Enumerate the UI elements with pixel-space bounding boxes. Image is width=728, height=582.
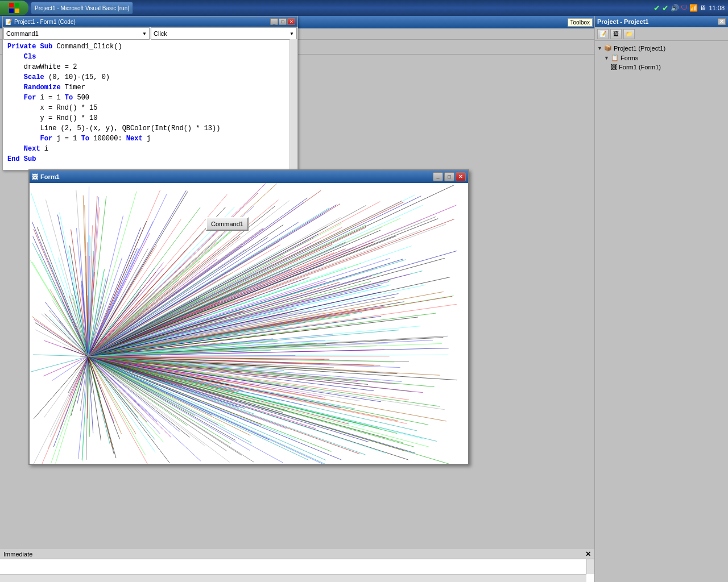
clock: 11:08	[709, 5, 725, 11]
immediate-hscrollbar[interactable]	[0, 574, 586, 582]
start-button[interactable]	[0, 1, 28, 15]
forms-icon: 📋	[611, 54, 619, 61]
code-line-7: x = Rnd() * 15	[7, 103, 287, 113]
code-line-11: Next i	[7, 144, 287, 154]
svg-line-331	[88, 225, 446, 357]
taskbar-icons: ✔ ✔ 🔊 🛡 📶 🖥	[653, 3, 706, 13]
taskbar: Project1 - Microsoft Visual Basic [run] …	[0, 0, 728, 16]
svg-line-242	[88, 356, 397, 434]
taskbar-right: ✔ ✔ 🔊 🛡 📶 🖥 11:08	[653, 3, 728, 13]
project-close-btn[interactable]: ✕	[718, 18, 726, 25]
form1-controls: _ □ ✕	[433, 172, 466, 181]
immediate-close-btn[interactable]: ✕	[585, 550, 591, 558]
code-object-dropdown[interactable]: Command1 ▼	[3, 27, 150, 40]
code-minimize-btn[interactable]: _	[270, 18, 278, 25]
svg-line-490	[57, 215, 88, 356]
form1-title: Form1	[40, 173, 60, 180]
svg-rect-3	[15, 9, 19, 13]
immediate-content[interactable]	[0, 559, 594, 582]
ide-taskbar-label: Project1 - Microsoft Visual Basic [run]	[35, 5, 129, 11]
project-tree: ▼ 📦 Project1 (Project1) ▼ 📋 Forms 🖼 Form…	[595, 41, 728, 74]
code-titlebar-controls: _ □ ✕	[270, 18, 295, 25]
display-icon: 🖥	[700, 4, 706, 12]
svg-line-349	[60, 213, 89, 356]
forms-expand-icon: ▼	[604, 55, 609, 61]
forms-tree-label: Forms	[619, 55, 638, 61]
immediate-vscrollbar[interactable]	[586, 559, 594, 574]
project-titlebar: Project - Project1 ✕	[595, 16, 728, 27]
network3-icon: 📶	[689, 4, 698, 12]
svg-line-332	[88, 356, 326, 460]
toolbox-tooltip: Toolbox	[568, 18, 593, 27]
svg-line-410	[53, 356, 88, 447]
code-line-12: End Sub	[7, 154, 287, 164]
tree-item-forms[interactable]: ▼ 📋 Forms	[597, 53, 726, 63]
speaker-icon: 🔊	[671, 4, 679, 12]
code-line-4: Scale (0, 10)-(15, 0)	[7, 72, 287, 82]
svg-line-460	[31, 356, 88, 372]
svg-line-452	[34, 356, 88, 419]
code-line-9: Line (2, 5)-(x, y), QBColor(Int(Rnd() * …	[7, 123, 287, 134]
code-line-10: For j = 1 To 100000: Next j	[7, 134, 287, 144]
svg-line-257	[33, 355, 88, 356]
project-folder-btn[interactable]: 📁	[623, 29, 635, 39]
svg-line-224	[42, 356, 88, 464]
code-close-btn[interactable]: ✕	[287, 18, 295, 25]
svg-line-284	[88, 285, 382, 356]
project-panel: Project - Project1 ✕ 📝 🖼 📁 ▼ 📦 Project1 …	[594, 16, 728, 582]
svg-rect-0	[9, 3, 14, 7]
svg-line-156	[88, 356, 341, 460]
immediate-window: Immediate ✕	[0, 548, 594, 582]
code-titlebar: 📝 Project1 - Form1 (Code) _ □ ✕	[3, 16, 297, 27]
form1-titlebar: 🖼 Form1 _ □ ✕	[30, 171, 468, 183]
code-window-title: Project1 - Form1 (Code)	[14, 19, 76, 25]
svg-line-448	[88, 205, 423, 356]
form1-minimize-btn[interactable]: _	[433, 172, 443, 181]
form1-tree-label: Form1 (Form1)	[617, 64, 661, 70]
project-view-form-btn[interactable]: 🖼	[610, 29, 622, 39]
svg-rect-2	[9, 9, 14, 13]
code-content: Private Sub Command1_Click() Cls drawWhi…	[3, 39, 297, 167]
form-canvas: // Draw random-looking lines from a cent…	[30, 183, 468, 464]
code-line-8: y = Rnd() * 10	[7, 113, 287, 123]
code-line-3: drawWhite = 2	[7, 62, 287, 72]
code-proc-dropdown[interactable]: Click ▼	[151, 27, 297, 40]
svg-rect-1	[15, 3, 19, 7]
project-tree-label: Project1 (Project1)	[612, 45, 665, 52]
code-area[interactable]: Private Sub Command1_Click() Cls drawWhi…	[3, 39, 297, 170]
code-dropdowns: Command1 ▼ Click ▼	[3, 27, 297, 39]
object-dropdown-arrow-icon: ▼	[142, 31, 147, 36]
immediate-titlebar: Immediate ✕	[0, 549, 594, 559]
form1-window: 🖼 Form1 _ □ ✕ // Draw random-looking lin…	[28, 169, 469, 465]
form1-close-btn[interactable]: ✕	[456, 172, 466, 181]
code-restore-btn[interactable]: □	[279, 18, 287, 25]
ide-window: VB Project1 - Microsoft Visual Basic [ru…	[0, 16, 728, 582]
svg-line-275	[37, 227, 88, 356]
windows-logo-icon	[8, 2, 20, 14]
code-line-2: Cls	[7, 52, 287, 62]
code-scrollbar[interactable]	[289, 39, 297, 170]
code-line-6: For i = 1 To 500	[7, 93, 287, 103]
security-icon: 🛡	[681, 4, 688, 12]
code-line-1: Private Sub Command1_Click()	[7, 41, 287, 52]
code-line-5: Randomize Timer	[7, 82, 287, 93]
code-window: 📝 Project1 - Form1 (Code) _ □ ✕ Command1…	[2, 16, 298, 171]
starburst-canvas: // Draw random-looking lines from a cent…	[30, 183, 468, 464]
tree-item-form1[interactable]: 🖼 Form1 (Form1)	[597, 63, 726, 72]
ide-taskbar-button[interactable]: Project1 - Microsoft Visual Basic [run]	[31, 2, 133, 14]
command1-button[interactable]: Command1	[206, 217, 249, 231]
proc-dropdown-arrow-icon: ▼	[289, 31, 294, 36]
project-toolbar: 📝 🖼 📁	[595, 27, 728, 41]
tree-item-project[interactable]: ▼ 📦 Project1 (Project1)	[597, 43, 726, 53]
immediate-title: Immediate	[3, 551, 32, 558]
project-title: Project - Project1	[597, 18, 648, 25]
project-view-code-btn[interactable]: 📝	[597, 29, 609, 39]
tree-expand-icon: ▼	[597, 45, 602, 51]
form1-tree-icon: 🖼	[611, 64, 617, 70]
network2-icon: ✔	[662, 3, 669, 13]
svg-line-252	[88, 356, 437, 441]
project-icon: 📦	[604, 44, 612, 52]
svg-line-411	[44, 356, 88, 418]
svg-line-369	[39, 253, 88, 356]
form1-restore-btn[interactable]: □	[444, 172, 454, 181]
